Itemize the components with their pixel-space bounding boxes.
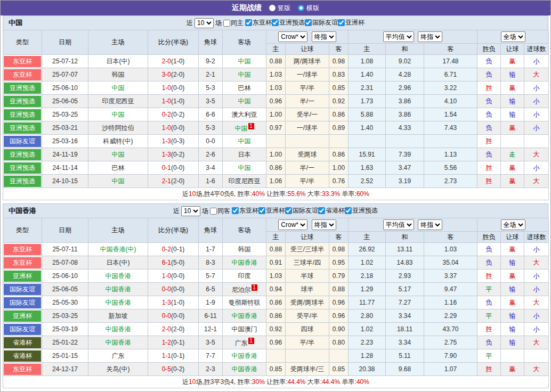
odds-home: 0.96 [266, 95, 286, 108]
result-outcome: 胜 [477, 135, 501, 148]
horizontal-layout-radio[interactable]: 横版 [298, 4, 319, 13]
same-away-checkbox[interactable] [210, 208, 217, 215]
near-label: 近 [187, 19, 193, 28]
avg-away: 35.04 [424, 256, 477, 270]
away-team: 中国 [223, 161, 266, 175]
competition-filter-1[interactable]: 亚洲预选 [272, 18, 305, 27]
average-select[interactable]: 平均值 [383, 219, 414, 230]
match-type-badge: 东亚杯 [4, 364, 41, 375]
competition-checkbox[interactable] [338, 19, 345, 26]
match-date: 25-07-08 [42, 256, 88, 270]
match-score: 1-2(0-1) [148, 336, 199, 349]
competition-filters: 东亚杯亚洲预选国际友谊亚洲杯 [245, 18, 364, 28]
odds-stage-select[interactable]: 终指 [312, 219, 336, 230]
odds-away [329, 349, 349, 363]
match-score: 6-1(5-0) [148, 256, 199, 270]
match-date: 25-01-15 [42, 349, 88, 363]
vertical-layout-radio[interactable]: 竖版 [269, 4, 290, 13]
odds-provider-select[interactable]: Crow* [278, 219, 307, 230]
col-header-score: 比分(半场) [148, 30, 199, 55]
handicap-outcome: 输 [501, 336, 524, 349]
avg-home: 1.29 [349, 283, 386, 296]
odds-handicap: 受三/三球半 [286, 243, 329, 256]
summary-stat-value: 60% [356, 190, 369, 198]
same-home-checkbox[interactable] [223, 20, 230, 27]
match-type-badge: 省港杯 [4, 337, 41, 348]
competition-checkbox[interactable] [272, 19, 279, 26]
odds-provider-select[interactable]: Crow* [278, 31, 307, 42]
odds-home: 0.88 [266, 55, 286, 68]
competition-checkbox[interactable] [245, 19, 252, 26]
competition-checkbox[interactable] [318, 207, 325, 214]
competition-label: 国际友谊 [293, 206, 318, 215]
sub-header-avg-away: 客 [424, 232, 477, 243]
competition-filter-3[interactable]: 省港杯 [318, 206, 345, 215]
result-outcome: 胜 [477, 270, 501, 283]
match-type-cell: 东亚杯 [3, 68, 42, 81]
odds-home: 0.86 [266, 309, 286, 323]
odds-away: 0.98 [329, 55, 349, 68]
fulltime-select[interactable]: 全场 [501, 31, 525, 42]
competition-checkbox[interactable] [345, 207, 352, 214]
competition-filter-2[interactable]: 国际友谊 [285, 206, 318, 215]
competition-filter-4[interactable]: 亚洲预选 [345, 206, 378, 215]
same-home-filter[interactable]: 同主 [223, 19, 244, 28]
recent-count-select[interactable]: 10 [195, 18, 214, 28]
home-team: 中国香港 [88, 296, 148, 309]
summary-stat-value: 44.4% [322, 378, 340, 386]
goals-outcome: 小 [524, 108, 549, 121]
away-team: 中国 [223, 95, 266, 108]
match-row: 亚洲预选25-03-25中国0-2(0-2)6-6澳大利亚1.00受半/一0.8… [3, 108, 549, 121]
odds-handicap: 球半 [286, 283, 329, 296]
match-row: 省港杯25-01-15广东1-1(0-1)7-7中国香港1.285.117.90… [3, 349, 549, 363]
corner-score: 3-5 [199, 95, 223, 108]
fulltime-group-header: 全场 [477, 30, 549, 44]
match-score: 0-2(0-1) [148, 243, 199, 256]
match-type-cell: 亚洲杯 [3, 270, 42, 283]
fulltime-select[interactable]: 全场 [501, 219, 525, 230]
avg-away: 1.16 [424, 296, 477, 309]
same-away-filter[interactable]: 同客 [210, 207, 230, 216]
odds-away: 0.96 [329, 309, 349, 323]
average-group-header: 平均值 终指 [349, 218, 477, 232]
match-score: 1-1(0-1) [148, 349, 199, 363]
competition-filter-2[interactable]: 国际友谊 [305, 18, 338, 27]
sub-header-avg-draw: 和 [386, 232, 424, 243]
away-team: 中国澳门 [223, 323, 266, 336]
competition-checkbox[interactable] [232, 207, 239, 214]
average-stage-select[interactable]: 终指 [418, 219, 442, 230]
result-outcome: 负 [477, 148, 501, 161]
competition-checkbox[interactable] [285, 207, 292, 214]
competition-filter-0[interactable]: 东亚杯 [232, 206, 258, 215]
odds-home: 1.00 [266, 148, 286, 161]
home-team: 新加坡 [88, 309, 148, 323]
corner-score: 3-4 [199, 161, 223, 175]
goals-outcome: 大 [524, 296, 549, 309]
avg-draw: 3.34 [386, 309, 424, 323]
odds-handicap: 半/一 [286, 95, 329, 108]
result-outcome: 胜 [477, 175, 501, 188]
avg-home: 11.77 [349, 296, 386, 309]
result-outcome: 负 [477, 296, 501, 309]
competition-filter-1[interactable]: 亚洲杯 [258, 206, 285, 215]
average-select[interactable]: 平均值 [383, 31, 414, 42]
odds-handicap: 受平/半 [286, 309, 329, 323]
competition-checkbox[interactable] [305, 19, 312, 26]
recent-count-select[interactable]: 10 [181, 206, 200, 216]
odds-handicap: 一/球半 [286, 121, 329, 135]
avg-draw: 2.93 [386, 270, 424, 283]
competition-filter-3[interactable]: 亚洲杯 [338, 18, 364, 27]
match-type-cell: 东亚杯 [3, 256, 42, 270]
odds-home: 0.94 [266, 283, 286, 296]
odds-home: 0.92 [266, 323, 286, 336]
odds-home [266, 135, 286, 148]
competition-checkbox[interactable] [258, 207, 265, 214]
games-label: 场 [215, 19, 222, 28]
average-stage-select[interactable]: 终指 [418, 31, 442, 42]
competition-filter-0[interactable]: 东亚杯 [245, 18, 272, 27]
handicap-outcome: 赢 [501, 121, 524, 135]
odds-stage-select[interactable]: 终指 [312, 31, 336, 42]
col-header-type: 类型 [3, 30, 42, 55]
handicap-outcome: 输 [501, 309, 524, 323]
odds-home: 0.85 [266, 363, 286, 376]
